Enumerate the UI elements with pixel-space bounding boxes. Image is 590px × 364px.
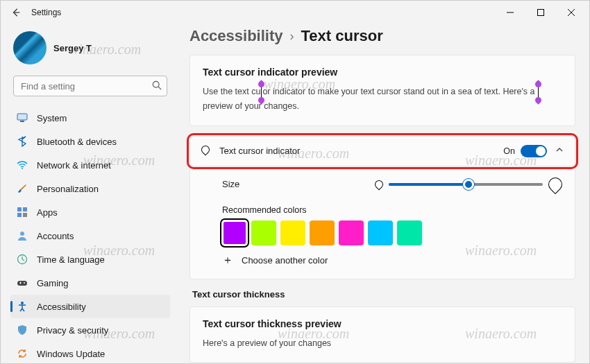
sidebar-item-label: Gaming (37, 278, 69, 288)
brush-icon (16, 182, 28, 195)
svg-point-9 (20, 232, 24, 236)
clock-icon (16, 253, 28, 266)
profile-block[interactable]: Sergey T (10, 27, 170, 76)
size-label: Size (222, 179, 375, 189)
breadcrumb-current: Text cursor (301, 27, 383, 45)
shield-icon (16, 324, 28, 336)
choose-another-color[interactable]: ＋ Choose another color (222, 255, 562, 266)
sidebar-item-label: Personalization (37, 184, 99, 194)
avatar (13, 31, 47, 64)
sidebar: Sergey T SystemBluetooth & devicesNetwor… (1, 24, 176, 363)
minimize-button[interactable] (495, 2, 525, 23)
back-button[interactable] (9, 6, 23, 19)
color-swatch[interactable] (397, 220, 422, 245)
maximize-button[interactable] (525, 2, 556, 23)
svg-point-1 (153, 81, 159, 87)
sidebar-item-person[interactable]: Accounts (10, 224, 170, 248)
sidebar-item-label: Privacy & security (37, 325, 108, 336)
svg-rect-6 (23, 207, 27, 211)
apps-icon (16, 206, 28, 218)
size-max-icon (546, 174, 565, 193)
size-slider[interactable] (389, 183, 543, 186)
indicator-toggle[interactable] (521, 145, 547, 157)
preview-heading: Text cursor indicator preview (203, 67, 562, 78)
chevron-right-icon: › (290, 29, 294, 44)
sidebar-item-label: System (37, 113, 67, 123)
sidebar-item-shield[interactable]: Privacy & security (10, 318, 170, 342)
person-icon (16, 229, 28, 242)
chevron-up-icon[interactable] (555, 146, 564, 156)
system-icon (16, 112, 28, 124)
color-swatch[interactable] (222, 220, 247, 245)
color-swatch[interactable] (310, 220, 335, 245)
svg-rect-5 (17, 207, 22, 211)
color-swatch[interactable] (368, 220, 393, 245)
breadcrumb: Accessibility › Text cursor (189, 27, 575, 45)
breadcrumb-parent[interactable]: Accessibility (189, 27, 283, 45)
sidebar-item-label: Time & language (37, 254, 105, 265)
slider-thumb[interactable] (463, 179, 474, 190)
sidebar-item-access[interactable]: Accessibility (10, 295, 170, 318)
size-row: Size (222, 177, 562, 191)
sidebar-item-apps[interactable]: Apps (10, 200, 170, 224)
sidebar-item-label: Network & internet (37, 160, 111, 171)
size-min-icon (373, 178, 385, 190)
wifi-icon (16, 159, 28, 171)
svg-rect-11 (17, 281, 27, 286)
search-input[interactable] (13, 76, 167, 96)
indicator-subpanel: Size Recommended colors ＋ Choose another (189, 168, 575, 279)
svg-rect-2 (17, 114, 27, 120)
sidebar-item-clock[interactable]: Time & language (10, 248, 170, 271)
sidebar-item-label: Windows Update (37, 349, 105, 359)
titlebar: Settings (1, 1, 589, 24)
recommended-colors-label: Recommended colors (222, 205, 562, 215)
text-cursor-indicator-row[interactable]: Text cursor indicator On (189, 136, 575, 166)
sidebar-item-update[interactable]: Windows Update (10, 342, 170, 363)
sidebar-item-system[interactable]: System (10, 106, 170, 130)
close-button[interactable] (556, 2, 587, 23)
sidebar-item-label: Accessibility (37, 302, 86, 312)
thickness-text: Here's a preview of your changes (203, 336, 562, 351)
color-swatch[interactable] (339, 220, 364, 245)
sidebar-item-game[interactable]: Gaming (10, 271, 170, 295)
preview-text: Use the text cuor indicator to make your… (203, 85, 562, 114)
color-swatches (222, 220, 562, 245)
svg-rect-7 (17, 213, 22, 217)
thickness-section-header: Text cursor thickness (192, 289, 575, 300)
svg-rect-3 (20, 121, 24, 122)
svg-point-4 (22, 168, 23, 169)
sidebar-item-label: Bluetooth & devices (37, 137, 117, 147)
access-icon (16, 300, 28, 313)
sidebar-item-bluetooth[interactable]: Bluetooth & devices (10, 130, 170, 153)
svg-point-12 (24, 282, 25, 284)
sidebar-item-wifi[interactable]: Network & internet (10, 153, 170, 177)
sidebar-item-brush[interactable]: Personalization (10, 177, 170, 200)
thickness-preview-card: Text cursor thickness preview Here's a p… (189, 306, 575, 363)
update-icon (16, 347, 28, 360)
main-content: Accessibility › Text cursor Text cursor … (176, 24, 589, 363)
window-title: Settings (31, 8, 61, 17)
svg-point-13 (21, 302, 24, 304)
profile-name: Sergey T (53, 43, 92, 53)
bluetooth-icon (16, 135, 28, 148)
color-swatch[interactable] (280, 220, 305, 245)
sidebar-item-label: Accounts (37, 231, 74, 241)
indicator-icon (201, 146, 210, 156)
color-swatch[interactable] (251, 220, 276, 245)
search-icon (152, 80, 162, 92)
thickness-heading: Text cursor thickness preview (203, 318, 562, 329)
indicator-label: Text cursor indicator (219, 146, 503, 156)
toggle-state-label: On (503, 146, 515, 156)
cursor-indicator-sample (538, 87, 539, 97)
cursor-indicator-sample (261, 87, 262, 97)
game-icon (16, 277, 28, 289)
sidebar-item-label: Apps (37, 207, 58, 218)
indicator-preview-card: Text cursor indicator preview Use the te… (189, 55, 575, 126)
svg-rect-8 (23, 213, 27, 217)
svg-rect-0 (538, 10, 544, 16)
plus-icon: ＋ (222, 255, 233, 266)
